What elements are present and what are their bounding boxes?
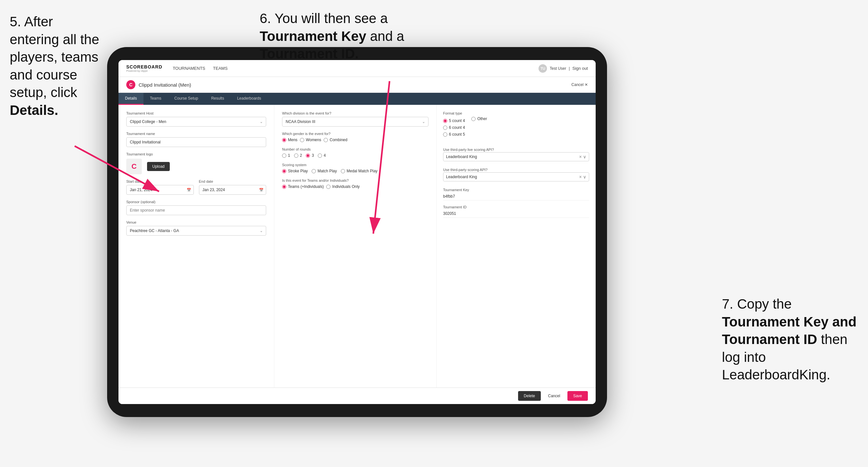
rounds-radio-group: 1 2 3 4 [282,153,429,158]
left-column: Tournament Host Clippd College - Men Tou… [119,105,274,387]
venue-label: Venue [126,220,266,224]
logo-preview-icon: C [126,159,142,174]
rounds-1[interactable]: 1 [282,153,290,158]
rounds-4[interactable]: 4 [318,153,326,158]
annotation-left: 5. After entering all the players, teams… [10,13,104,119]
tournament-key-section: Tournament Key b4fbb7 [443,187,589,200]
format-6count4[interactable]: 6 count 4 [443,125,465,130]
date-row: Start date End date [126,180,266,195]
nav-tournaments[interactable]: TOURNAMENTS [173,65,205,72]
third-party-2-input[interactable]: Leaderboard King × ∨ [443,172,589,181]
other-label: Other [477,117,487,121]
rounds-group: Number of rounds 1 2 3 4 [282,147,429,158]
third-party-2-label: Use third-party scoring API? [443,168,488,172]
rounds-label: Number of rounds [282,147,429,151]
tournament-key-label: Tournament Key [443,188,469,192]
gender-mens[interactable]: Mens [282,137,297,142]
scoring-stroke-play[interactable]: Stroke Play [282,169,308,173]
format-other[interactable]: Other [471,117,487,121]
logo-text: SCOREBOARD [126,64,162,69]
tournament-host-select-wrapper: Clippd College - Men [126,117,266,127]
main-content: Tournament Host Clippd College - Men Tou… [119,105,596,387]
format-type-label: Format type [443,111,589,115]
mid-column: Which division is the event for? NCAA Di… [274,105,437,387]
third-party-1-group: Use third-party live scoring API? Leader… [443,146,589,161]
nav-teams[interactable]: TEAMS [213,65,227,72]
scoring-medal-match-play[interactable]: Medal Match Play [341,169,377,173]
gender-womens[interactable]: Womens [300,137,321,142]
save-button[interactable]: Save [567,391,588,401]
division-label: Which division is the event for? [282,111,429,115]
venue-select[interactable]: Peachtree GC - Atlanta - GA [126,226,266,236]
third-party-1-value: Leaderboard King [446,154,477,159]
teams-individuals-only[interactable]: Individuals Only [326,184,360,189]
tournament-host-label: Tournament Host [126,111,266,115]
page-title-area: C Clippd Invitational (Men) [126,80,191,89]
delete-button[interactable]: Delete [518,391,541,401]
division-select[interactable]: NCAA Division III [282,117,429,127]
tournament-logo-group: Tournament logo C Upload [126,152,266,174]
third-party-1-input[interactable]: Leaderboard King × ∨ [443,152,589,161]
division-group: Which division is the event for? NCAA Di… [282,111,429,127]
format-other-area: Other [471,117,487,121]
tournament-id-label: Tournament ID [443,205,466,209]
tournament-name-group: Tournament name [126,132,266,147]
page-cancel-button[interactable]: Cancel ✕ [571,83,588,87]
rounds-2[interactable]: 2 [294,153,302,158]
scoring-group: Scoring system Stroke Play Match Play Me… [282,163,429,173]
end-date-label: End date [199,180,267,183]
end-date-input[interactable] [199,185,267,195]
gender-label: Which gender is the event for? [282,132,429,136]
tab-leaderboards[interactable]: Leaderboards [230,93,268,105]
format-5count4[interactable]: 5 count 4 [443,119,465,123]
start-date-input[interactable] [126,185,194,195]
scoring-radio-group: Stroke Play Match Play Medal Match Play [282,169,429,173]
annotation-bottom-right: 7. Copy the Tournament Key and Tournamen… [722,295,858,384]
upload-button[interactable]: Upload [147,162,170,171]
sign-out-link[interactable]: Sign out [572,65,588,72]
rounds-3[interactable]: 3 [306,153,314,158]
gender-combined[interactable]: Combined [323,137,347,142]
tournament-name-input[interactable] [126,137,266,147]
logo-sub: Powered by clippd [126,69,162,72]
tab-teams[interactable]: Teams [144,93,168,105]
scoring-match-play[interactable]: Match Play [312,169,337,173]
nav-right: TU Test User | Sign out [538,64,588,73]
teams-radio-group: Teams (+Individuals) Individuals Only [282,184,429,189]
teams-label: Is this event for Teams and/or Individua… [282,179,429,182]
right-column: Format type 5 count 4 6 count 4 6 count … [437,105,596,387]
third-party-1-clear-icon[interactable]: × ∨ [579,154,586,159]
tab-details[interactable]: Details [119,93,144,105]
footer-cancel-button[interactable]: Cancel [544,391,564,401]
nav-divider: | [569,66,570,71]
sponsor-label: Sponsor (optional) [126,200,266,204]
tournament-host-group: Tournament Host Clippd College - Men [126,111,266,127]
tournament-host-select[interactable]: Clippd College - Men [126,117,266,127]
tab-bar: Details Teams Course Setup Results Leade… [119,93,596,105]
format-6count5[interactable]: 6 count 5 [443,132,465,136]
start-date-wrapper [126,185,194,195]
user-name: Test User [550,66,566,71]
end-date-wrapper [199,185,267,195]
third-party-2-clear-icon[interactable]: × ∨ [579,174,586,180]
logo-area: SCOREBOARD Powered by clippd [126,64,162,72]
gender-radio-group: Mens Womens Combined [282,137,429,142]
nav-links: TOURNAMENTS TEAMS [173,65,538,72]
sponsor-group: Sponsor (optional) [126,200,266,215]
scoring-label: Scoring system [282,163,429,167]
page-title: Clippd Invitational (Men) [138,82,191,88]
teams-group: Is this event for Teams and/or Individua… [282,179,429,189]
start-date-group: Start date [126,180,194,195]
sponsor-input[interactable] [126,206,266,215]
third-party-1-label: Use third-party live scoring API? [443,148,494,152]
format-type-group: Format type 5 count 4 6 count 4 6 count … [443,111,589,141]
tab-results[interactable]: Results [205,93,230,105]
format-options: 5 count 4 6 count 4 6 count 5 [443,119,465,136]
tournament-logo-label: Tournament logo [126,152,266,156]
third-party-2-value: Leaderboard King [446,175,477,179]
teams-with-individuals[interactable]: Teams (+Individuals) [282,184,323,189]
page-header: C Clippd Invitational (Men) Cancel ✕ [119,77,596,93]
tab-course-setup[interactable]: Course Setup [168,93,205,105]
logo-upload-area: C Upload [126,159,266,174]
start-date-label: Start date [126,180,194,183]
